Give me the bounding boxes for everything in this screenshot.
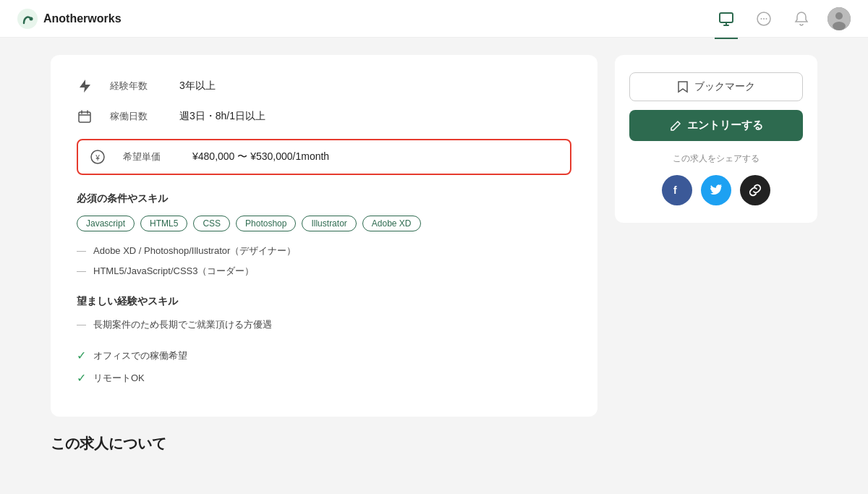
bell-icon [794,11,809,27]
svg-rect-10 [79,112,90,122]
check-item-remote: ✓ リモートOK [77,371,571,385]
svg-text:¥: ¥ [95,154,100,162]
check-icon: ✓ [77,371,86,385]
required-section-title: 必須の条件やスキル [77,192,571,205]
experience-label: 経験年数 [110,80,162,93]
facebook-icon: f [671,184,684,197]
bullet-item: — 長期案件のため長期でご就業頂ける方優遇 [77,318,571,331]
check-text: オフィスでの稼働希望 [93,349,187,362]
bottom-section-title: この求人について [51,434,597,453]
svg-point-8 [835,12,843,20]
tag-css: CSS [193,216,230,231]
svg-point-4 [761,18,762,20]
bookmark-icon [677,80,689,93]
bookmark-label: ブックマーク [694,80,755,93]
logo-text: Anotherworks [43,12,122,25]
main-column: 経験年数 3年以上 稼働日数 週3日・8h/1日以上 [51,55,597,453]
share-buttons: f [629,175,803,205]
link-share-button[interactable] [740,175,770,205]
monitor-icon [718,11,734,27]
nav-monitor[interactable] [715,7,738,30]
header-nav [715,7,851,30]
tag-photoshop: Photoshop [236,216,296,231]
tag-javascript: Javascript [77,216,135,231]
workdays-label: 稼働日数 [110,110,162,123]
bullet-text: Adobe XD / Photoshop/Illustrator（デザイナー） [93,244,296,257]
preferred-section-title: 望ましい経験やスキル [77,295,571,308]
svg-point-6 [766,18,767,20]
dash-icon: — [77,265,86,276]
twitter-share-button[interactable] [701,175,731,205]
twitter-icon [710,184,723,197]
required-bullets: — Adobe XD / Photoshop/Illustrator（デザイナー… [77,244,571,278]
bullet-item: — Adobe XD / Photoshop/Illustrator（デザイナー… [77,244,571,257]
facebook-share-button[interactable]: f [662,175,692,205]
sidebar-card: ブックマーク エントリーする この求人をシェアする f [615,55,817,223]
skills-tags: Javascript HTML5 CSS Photoshop Illustrat… [77,216,571,231]
job-detail-card: 経験年数 3年以上 稼働日数 週3日・8h/1日以上 [51,55,597,417]
rate-value: ¥480,000 〜 ¥530,000/1month [192,150,329,163]
tag-html5: HTML5 [140,216,187,231]
link-icon [749,184,762,197]
chat-icon [756,11,772,27]
rate-row-highlight: ¥ 希望単価 ¥480,000 〜 ¥530,000/1month [77,139,571,175]
bullet-text: 長期案件のため長期でご就業頂ける方優遇 [93,318,272,331]
check-item-office: ✓ オフィスでの稼働希望 [77,349,571,362]
check-icon: ✓ [77,349,86,362]
tag-adobexd: Adobe XD [362,216,421,231]
nav-bell[interactable] [790,7,813,30]
rate-label: 希望単価 [123,150,175,163]
check-list: ✓ オフィスでの稼働希望 ✓ リモートOK [77,349,571,385]
svg-point-0 [17,9,38,29]
share-label: この求人をシェアする [629,153,803,165]
user-avatar [827,7,851,30]
bullet-item: — HTML5/JavaScript/CSS3（コーダー） [77,265,571,278]
entry-button[interactable]: エントリーする [629,110,803,141]
logo[interactable]: Anotherworks [17,9,122,29]
workdays-value: 週3日・8h/1日以上 [179,110,265,123]
bullet-text: HTML5/JavaScript/CSS3（コーダー） [93,265,255,278]
pencil-icon [670,120,681,132]
svg-point-5 [763,18,765,20]
bookmark-button[interactable]: ブックマーク [629,72,803,101]
sidebar: ブックマーク エントリーする この求人をシェアする f [615,55,817,453]
svg-text:f: f [673,184,677,196]
calendar-icon [77,108,93,124]
content-area: 経験年数 3年以上 稼働日数 週3日・8h/1日以上 [36,38,832,471]
entry-label: エントリーする [687,119,763,132]
nav-avatar[interactable] [827,7,851,30]
dash-icon: — [77,245,86,256]
svg-point-9 [833,22,846,30]
dash-icon: — [77,319,86,330]
nav-chat[interactable] [752,7,775,30]
svg-rect-2 [720,13,733,22]
preferred-bullets: — 長期案件のため長期でご就業頂ける方優遇 [77,318,571,331]
page-wrapper: 経験年数 3年以上 稼働日数 週3日・8h/1日以上 [0,0,868,494]
svg-point-1 [30,17,33,20]
workdays-row: 稼働日数 週3日・8h/1日以上 [77,108,571,124]
tag-illustrator: Illustrator [302,216,356,231]
experience-row: 経験年数 3年以上 [77,78,571,94]
logo-icon [17,9,38,29]
header: Anotherworks [0,0,868,38]
bolt-icon [77,78,93,94]
experience-value: 3年以上 [179,80,216,93]
circle-yen-icon: ¥ [90,149,106,165]
check-text: リモートOK [93,372,145,385]
